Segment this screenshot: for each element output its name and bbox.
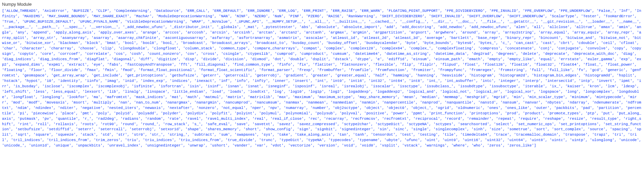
attribute-listing: ['ALLOW_THREADS', 'AxisError', 'BUFSIZE'… [0,8,644,151]
module-header: Numpy Module [0,0,644,8]
